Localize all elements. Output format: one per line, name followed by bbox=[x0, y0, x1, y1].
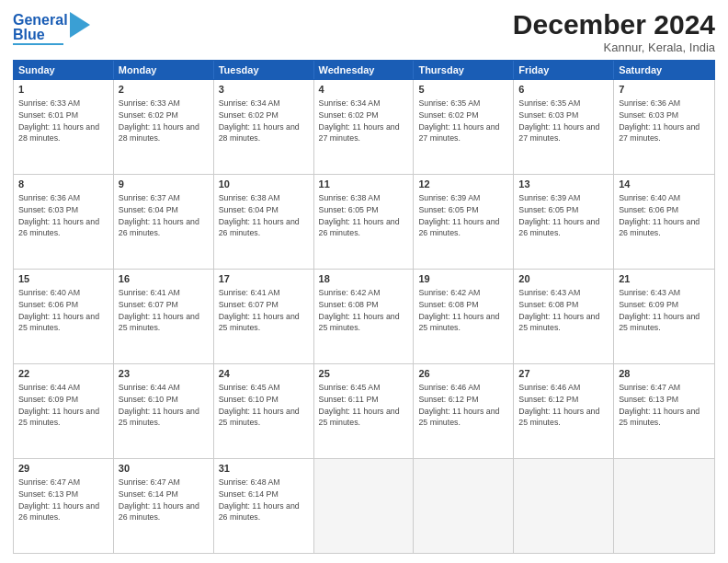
day-number: 23 bbox=[119, 367, 209, 381]
empty-cell bbox=[514, 459, 614, 553]
day-number: 19 bbox=[418, 272, 508, 286]
day-cell-13: 13 Sunrise: 6:39 AM Sunset: 6:05 PM Dayl… bbox=[514, 175, 614, 269]
day-number: 1 bbox=[18, 83, 108, 97]
sunrise-info: Sunrise: 6:46 AM bbox=[418, 383, 480, 392]
day-number: 2 bbox=[119, 83, 209, 97]
sunrise-info: Sunrise: 6:35 AM bbox=[418, 98, 480, 108]
logo: General Blue bbox=[13, 13, 90, 45]
day-number: 14 bbox=[619, 178, 710, 191]
day-cell-14: 14 Sunrise: 6:40 AM Sunset: 6:06 PM Dayl… bbox=[614, 175, 714, 269]
daylight-info: Daylight: 11 hours and 26 minutes. bbox=[18, 217, 99, 238]
day-cell-15: 15 Sunrise: 6:40 AM Sunset: 6:06 PM Dayl… bbox=[14, 270, 114, 363]
sunset-info: Sunset: 6:08 PM bbox=[418, 300, 478, 309]
day-cell-20: 20 Sunrise: 6:43 AM Sunset: 6:08 PM Dayl… bbox=[514, 270, 614, 363]
daylight-info: Daylight: 11 hours and 26 minutes. bbox=[619, 217, 700, 238]
day-number: 7 bbox=[619, 83, 710, 97]
day-cell-18: 18 Sunrise: 6:42 AM Sunset: 6:08 PM Dayl… bbox=[314, 270, 415, 363]
sunset-info: Sunset: 6:14 PM bbox=[119, 489, 178, 499]
day-number: 3 bbox=[219, 83, 309, 97]
day-number: 18 bbox=[319, 272, 409, 286]
sunset-info: Sunset: 6:03 PM bbox=[518, 110, 578, 120]
calendar-week-3: 15 Sunrise: 6:40 AM Sunset: 6:06 PM Dayl… bbox=[14, 270, 714, 364]
sunrise-info: Sunrise: 6:47 AM bbox=[119, 477, 180, 487]
daylight-info: Daylight: 11 hours and 25 minutes. bbox=[219, 407, 300, 428]
daylight-info: Daylight: 11 hours and 26 minutes. bbox=[219, 501, 300, 523]
logo-underline bbox=[13, 43, 63, 45]
sunset-info: Sunset: 6:10 PM bbox=[219, 395, 279, 404]
logo-icon bbox=[70, 12, 90, 38]
daylight-info: Daylight: 11 hours and 25 minutes. bbox=[619, 407, 700, 428]
sunrise-info: Sunrise: 6:36 AM bbox=[18, 193, 80, 202]
day-cell-8: 8 Sunrise: 6:36 AM Sunset: 6:03 PM Dayli… bbox=[14, 175, 114, 269]
day-number: 9 bbox=[119, 178, 209, 191]
empty-cell bbox=[414, 459, 514, 553]
sunrise-info: Sunrise: 6:41 AM bbox=[119, 288, 180, 297]
day-number: 28 bbox=[619, 367, 710, 381]
day-cell-9: 9 Sunrise: 6:37 AM Sunset: 6:04 PM Dayli… bbox=[114, 175, 214, 269]
sunrise-info: Sunrise: 6:38 AM bbox=[319, 193, 381, 202]
daylight-info: Daylight: 11 hours and 27 minutes. bbox=[319, 122, 400, 144]
calendar-header: SundayMondayTuesdayWednesdayThursdayFrid… bbox=[13, 60, 715, 80]
sunset-info: Sunset: 6:08 PM bbox=[518, 300, 578, 309]
day-number: 15 bbox=[18, 272, 108, 286]
daylight-info: Daylight: 11 hours and 26 minutes. bbox=[119, 501, 199, 523]
day-cell-31: 31 Sunrise: 6:48 AM Sunset: 6:14 PM Dayl… bbox=[214, 459, 314, 553]
sunrise-info: Sunrise: 6:38 AM bbox=[219, 193, 280, 202]
day-number: 25 bbox=[319, 367, 409, 381]
daylight-info: Daylight: 11 hours and 25 minutes. bbox=[518, 407, 599, 428]
day-cell-17: 17 Sunrise: 6:41 AM Sunset: 6:07 PM Dayl… bbox=[214, 270, 314, 363]
day-number: 21 bbox=[619, 272, 710, 286]
sunrise-info: Sunrise: 6:47 AM bbox=[619, 383, 680, 392]
title-block: December 2024 Kannur, Kerala, India bbox=[513, 9, 715, 54]
page-header: General Blue December 2024 Kannur, Keral… bbox=[13, 9, 715, 54]
sunrise-info: Sunrise: 6:33 AM bbox=[18, 98, 80, 108]
logo-blue: Blue bbox=[13, 28, 68, 42]
day-cell-30: 30 Sunrise: 6:47 AM Sunset: 6:14 PM Dayl… bbox=[114, 459, 214, 553]
day-cell-27: 27 Sunrise: 6:46 AM Sunset: 6:12 PM Dayl… bbox=[514, 364, 614, 458]
day-header-friday: Friday bbox=[514, 61, 614, 79]
day-cell-29: 29 Sunrise: 6:47 AM Sunset: 6:13 PM Dayl… bbox=[14, 459, 114, 553]
sunrise-info: Sunrise: 6:45 AM bbox=[319, 383, 381, 392]
day-number: 26 bbox=[418, 367, 508, 381]
day-number: 24 bbox=[219, 367, 309, 381]
daylight-info: Daylight: 11 hours and 25 minutes. bbox=[219, 312, 300, 333]
daylight-info: Daylight: 11 hours and 25 minutes. bbox=[518, 312, 599, 333]
day-cell-25: 25 Sunrise: 6:45 AM Sunset: 6:11 PM Dayl… bbox=[314, 364, 415, 458]
empty-cell bbox=[614, 459, 714, 553]
calendar-page: General Blue December 2024 Kannur, Keral… bbox=[0, 0, 728, 563]
day-number: 4 bbox=[319, 83, 409, 97]
daylight-info: Daylight: 11 hours and 26 minutes. bbox=[18, 501, 99, 523]
day-cell-12: 12 Sunrise: 6:39 AM Sunset: 6:05 PM Dayl… bbox=[414, 175, 514, 269]
day-cell-26: 26 Sunrise: 6:46 AM Sunset: 6:12 PM Dayl… bbox=[414, 364, 514, 458]
logo-general: General bbox=[13, 13, 68, 28]
sunrise-info: Sunrise: 6:39 AM bbox=[418, 193, 480, 202]
sunset-info: Sunset: 6:10 PM bbox=[119, 395, 178, 404]
sunrise-info: Sunrise: 6:37 AM bbox=[119, 193, 180, 202]
day-header-saturday: Saturday bbox=[614, 61, 714, 79]
sunset-info: Sunset: 6:06 PM bbox=[619, 205, 678, 214]
daylight-info: Daylight: 11 hours and 26 minutes. bbox=[119, 217, 199, 238]
sunset-info: Sunset: 6:12 PM bbox=[518, 395, 578, 404]
day-cell-4: 4 Sunrise: 6:34 AM Sunset: 6:02 PM Dayli… bbox=[314, 80, 415, 174]
day-number: 11 bbox=[319, 178, 409, 191]
calendar-week-5: 29 Sunrise: 6:47 AM Sunset: 6:13 PM Dayl… bbox=[14, 459, 714, 553]
sunset-info: Sunset: 6:13 PM bbox=[619, 395, 678, 404]
day-number: 13 bbox=[518, 178, 609, 191]
sunrise-info: Sunrise: 6:36 AM bbox=[619, 98, 680, 108]
day-cell-2: 2 Sunrise: 6:33 AM Sunset: 6:02 PM Dayli… bbox=[114, 80, 214, 174]
sunrise-info: Sunrise: 6:40 AM bbox=[18, 288, 80, 297]
sunset-info: Sunset: 6:02 PM bbox=[319, 110, 379, 120]
day-number: 12 bbox=[418, 178, 508, 191]
day-number: 29 bbox=[18, 462, 108, 476]
day-number: 17 bbox=[219, 272, 309, 286]
sunset-info: Sunset: 6:05 PM bbox=[319, 205, 379, 214]
sunrise-info: Sunrise: 6:33 AM bbox=[119, 98, 180, 108]
daylight-info: Daylight: 11 hours and 27 minutes. bbox=[518, 122, 599, 144]
day-cell-10: 10 Sunrise: 6:38 AM Sunset: 6:04 PM Dayl… bbox=[214, 175, 314, 269]
calendar-body: 1 Sunrise: 6:33 AM Sunset: 6:01 PM Dayli… bbox=[13, 80, 715, 554]
sunrise-info: Sunrise: 6:43 AM bbox=[518, 288, 580, 297]
day-cell-5: 5 Sunrise: 6:35 AM Sunset: 6:02 PM Dayli… bbox=[414, 80, 514, 174]
day-number: 5 bbox=[418, 83, 508, 97]
day-cell-6: 6 Sunrise: 6:35 AM Sunset: 6:03 PM Dayli… bbox=[514, 80, 614, 174]
day-number: 22 bbox=[18, 367, 108, 381]
